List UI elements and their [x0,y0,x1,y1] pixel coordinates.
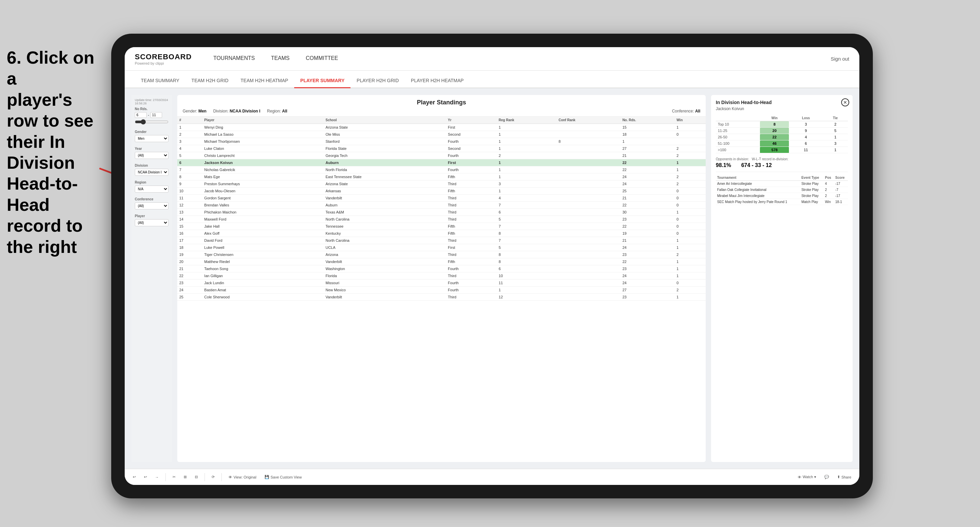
tab-player-summary[interactable]: PLAYER SUMMARY [294,78,350,88]
cell-yr: Fourth [446,279,497,287]
cell-rds: 22 [620,223,675,230]
cell-player: Jack Lundin [202,279,323,287]
table-row[interactable]: 23 Jack Lundin Missouri Fourth 11 24 0 [177,279,706,287]
region-filter-select[interactable]: N/A [135,186,169,193]
nav-tournaments[interactable]: TOURNAMENTS [205,47,263,71]
h2h-tie: 2 [822,121,848,128]
cell-school: North Florida [323,166,446,173]
paste-button[interactable]: ⊟ [192,473,200,481]
table-row[interactable]: 6 Jackson Koivun Auburn First 1 22 1 [177,159,706,166]
share-button[interactable]: ⬆ Share [834,473,854,481]
cell-reg: 7 [497,202,557,209]
conference-filter-select[interactable]: (All) [135,202,169,210]
cell-rank: 7 [177,166,202,173]
table-row[interactable]: 20 Matthew Riedel Vanderbilt Fifth 8 22 … [177,258,706,265]
tab-player-h2h-heatmap[interactable]: PLAYER H2H HEATMAP [405,78,470,88]
redo-button[interactable]: ↩ [141,473,150,481]
nav-committee[interactable]: COMMITTEE [298,47,346,71]
table-row[interactable]: 1 Wenyi Ding Arizona State First 1 15 1 [177,124,706,131]
tab-player-h2h-grid[interactable]: PLAYER H2H GRID [350,78,405,88]
nav-teams[interactable]: TEAMS [263,47,298,71]
h2h-range: 51-100 [716,140,760,147]
table-row[interactable]: 7 Nicholas Gabrelcik North Florida Fourt… [177,166,706,173]
cell-school: Stanford [323,138,446,145]
table-row[interactable]: 2 Michael La Sasso Ole Miss Second 1 18 … [177,131,706,138]
cell-school: Florida [323,272,446,279]
h2h-win: 46 [760,140,789,147]
forward-button[interactable]: → [152,474,161,481]
table-row[interactable]: 3 Michael Thorbjornsen Stanford Fourth 1… [177,138,706,145]
year-filter-select[interactable]: (All) [135,152,169,159]
h2h-title: In Division Head-to-Head [716,100,848,105]
cell-rds: 23 [620,216,675,223]
gender-filter-select[interactable]: Men Women [135,135,169,142]
h2h-close-button[interactable]: ✕ [841,98,849,106]
standings-table-scroll[interactable]: # Player School Yr Reg Rank Conf Rank No… [177,116,706,462]
cell-player: Ian Gilligan [202,272,323,279]
table-row[interactable]: 15 Jake Hall Tennessee Fifth 7 22 0 [177,223,706,230]
h2h-record-value: 674 - 33 - 12 [741,162,772,168]
table-row[interactable]: 5 Christo Lamprecht Georgia Tech Fourth … [177,152,706,159]
table-row[interactable]: 16 Alex Goff Kentucky Fifth 8 19 0 [177,230,706,237]
h2h-tie-header: Tie [822,115,848,121]
refresh-button[interactable]: ⟳ [209,473,217,481]
table-row[interactable]: 21 Taehoon Song Washington Fourth 6 23 1 [177,265,706,272]
no-rds-max-input[interactable] [150,112,162,118]
update-time: Update time: 27/03/2024 16:56:26 [135,98,169,105]
cell-win: 2 [675,145,706,152]
region-display: Region: All [267,109,287,113]
no-rds-slider[interactable] [135,119,169,125]
table-row[interactable]: 11 Gordon Sargent Vanderbilt Third 4 21 … [177,195,706,202]
save-custom-view-button[interactable]: 💾 Save Custom View [262,473,305,481]
table-row[interactable]: 19 Tiger Christensen Arizona Third 8 23 … [177,251,706,258]
cell-conf [557,131,620,138]
table-row[interactable]: 22 Ian Gilligan Florida Third 10 24 1 [177,272,706,279]
cell-rank: 11 [177,195,202,202]
table-row[interactable]: 18 Luke Powell UCLA First 5 24 1 [177,244,706,251]
cell-yr: Third [446,195,497,202]
table-row[interactable]: 17 David Ford North Carolina Third 7 21 … [177,237,706,244]
division-filter-label: Division [135,163,169,167]
cell-rds: 21 [620,152,675,159]
cell-conf [557,202,620,209]
undo-button[interactable]: ↩ [130,473,138,481]
table-row[interactable]: 4 Luke Claton Florida State Second 1 27 … [177,145,706,152]
tab-team-h2h-grid[interactable]: TEAM H2H GRID [185,78,235,88]
view-original-button[interactable]: 👁 View: Original [226,474,259,481]
toolbar-separator-3 [221,473,222,481]
cell-school: North Carolina [323,237,446,244]
h2h-win: 578 [760,147,789,153]
sign-out-button[interactable]: Sign out [831,56,849,62]
table-row[interactable]: 25 Cole Sherwood Vanderbilt Third 12 23 … [177,294,706,301]
col-conf-rank: Conf Rank [557,116,620,124]
conference-filter-label: Conference [135,197,169,201]
table-row[interactable]: 13 Phichaksn Maichon Texas A&M Third 6 3… [177,209,706,216]
cell-rank: 16 [177,230,202,237]
tab-team-summary[interactable]: TEAM SUMMARY [135,78,185,88]
table-row[interactable]: 14 Maxwell Ford North Carolina Third 5 2… [177,216,706,223]
cell-school: East Tennessee State [323,173,446,181]
cut-button[interactable]: ✂ [170,473,178,481]
nav-items: TOURNAMENTS TEAMS COMMITTEE [205,47,831,71]
comment-button[interactable]: 💬 [822,473,832,481]
cell-player: Taehoon Song [202,265,323,272]
h2h-stats-row: 98.1% 674 - 33 - 12 [716,162,848,168]
cell-conf [557,244,620,251]
table-row[interactable]: 8 Mats Ege East Tennessee State Fifth 1 … [177,173,706,181]
copy-button[interactable]: ⊞ [181,473,189,481]
table-row[interactable]: 9 Preston Summerhays Arizona State Third… [177,181,706,187]
division-filter-select[interactable]: NCAA Division I [135,169,169,176]
watch-button[interactable]: 👁 Watch ▾ [795,473,819,481]
table-title: Player Standings [183,99,700,106]
table-row[interactable]: 12 Brendan Valles Auburn Third 7 22 0 [177,202,706,209]
tab-team-h2h-heatmap[interactable]: TEAM H2H HEATMAP [235,78,294,88]
table-row[interactable]: 24 Bastien Amat New Mexico Fourth 1 27 2 [177,287,706,294]
tournament-row: Amer Ari Intercollegiate Stroke Play 4 -… [716,181,848,187]
cell-reg: 7 [497,237,557,244]
cell-rank: 12 [177,202,202,209]
player-filter-select[interactable]: (All) [135,219,169,226]
table-row[interactable]: 10 Jacob Mou-Olesen Arkansas Fifth 1 25 … [177,187,706,195]
no-rds-min-input[interactable] [135,112,146,118]
t-col-pos: Pos [824,175,834,181]
cell-reg: 5 [497,244,557,251]
